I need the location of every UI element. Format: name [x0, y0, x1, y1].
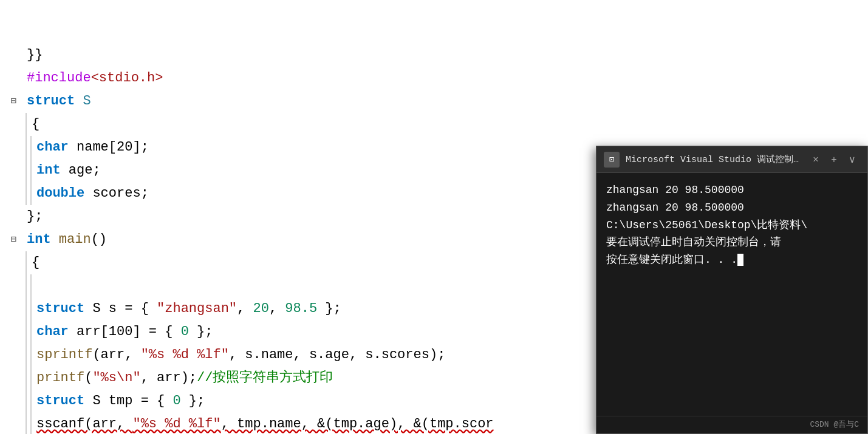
- code-token: "%s %d %lf": [132, 414, 220, 434]
- code-token: main: [59, 229, 91, 250]
- code-token: int: [36, 160, 61, 181]
- terminal-titlebar: ⊡ Microsoft Visual Studio 调试控制台 × + ∨: [596, 146, 867, 173]
- code-token: int: [27, 229, 51, 250]
- code-token: [51, 229, 59, 250]
- line-content: char arr[100] = { 0 };: [32, 322, 213, 342]
- code-token: {: [32, 114, 39, 135]
- terminal-output-line: zhangsan 20 98.500000: [606, 199, 858, 217]
- code-token: ,: [269, 299, 285, 319]
- code-token: #include: [27, 68, 91, 89]
- indent-guide: [30, 274, 32, 297]
- indent-guide: [26, 413, 27, 434]
- line-content: sprintf(arr, "%s %d %lf", s.name, s.age,…: [32, 345, 445, 365]
- code-token: S: [75, 91, 91, 112]
- code-token: arr[100] = {: [69, 322, 181, 342]
- terminal-output-line: 按任意键关闭此窗口. . .: [606, 251, 858, 269]
- code-token: struct: [27, 91, 75, 112]
- code-token: };: [189, 322, 213, 342]
- indent-guide: [26, 390, 27, 413]
- code-token: printf: [36, 368, 84, 388]
- terminal-title: Microsoft Visual Studio 调试控制台: [626, 154, 802, 165]
- code-token: }}: [27, 45, 43, 66]
- code-token: ,: [237, 299, 253, 319]
- code-token: struct: [36, 391, 84, 412]
- terminal-close-button[interactable]: ×: [808, 152, 824, 168]
- terminal-controls: × + ∨: [808, 152, 860, 168]
- code-token: S s = {: [84, 299, 157, 319]
- line-content: {: [27, 114, 39, 135]
- code-token: , tmp.name, &(tmp.age), &(tmp.scor: [221, 414, 494, 434]
- indent-guide: [26, 344, 27, 367]
- fold-gutter[interactable]: ⊟: [5, 94, 22, 109]
- terminal-add-button[interactable]: +: [826, 152, 842, 168]
- terminal-body: zhangsan 20 98.500000zhangsan 20 98.5000…: [596, 173, 867, 416]
- code-token: "%s %d %lf": [141, 345, 229, 365]
- fold-gutter[interactable]: ⊟: [5, 232, 22, 248]
- code-token: };: [181, 391, 205, 412]
- code-token: , arr);: [141, 368, 197, 388]
- terminal-output-line: 要在调试停止时自动关闭控制台，请: [606, 234, 858, 251]
- line-content: }}: [22, 45, 43, 66]
- line-content: sscanf(arr, "%s %d %lf", tmp.name, &(tmp…: [32, 414, 494, 434]
- terminal-window: ⊡ Microsoft Visual Studio 调试控制台 × + ∨ zh…: [596, 146, 868, 434]
- terminal-footer: CSDN @吾与C: [596, 416, 867, 433]
- line-content: struct S tmp = { 0 };: [32, 391, 205, 412]
- line-content: double scores;: [32, 183, 149, 204]
- line-content: {: [27, 253, 39, 273]
- code-token: char: [36, 137, 69, 158]
- line-content: };: [22, 206, 43, 227]
- code-token: 98.5: [285, 299, 317, 319]
- indent-guide: [26, 159, 27, 182]
- code-token: 20: [253, 299, 268, 319]
- code-token: 0: [181, 322, 189, 342]
- code-token: {: [32, 253, 39, 273]
- terminal-dropdown-button[interactable]: ∨: [844, 152, 860, 168]
- indent-guide: [26, 367, 27, 390]
- line-content: struct S: [22, 91, 91, 112]
- code-line: {: [5, 113, 868, 136]
- terminal-output-line: zhangsan 20 98.500000: [606, 181, 858, 199]
- terminal-output-line: C:\Users\25061\Desktop\比特资料\: [606, 217, 858, 234]
- terminal-icon: ⊡: [604, 152, 620, 168]
- code-token: double: [36, 183, 84, 204]
- code-token: , s.name, s.age, s.scores);: [229, 345, 445, 365]
- line-content: struct S s = { "zhangsan", 20, 98.5 };: [32, 299, 341, 319]
- indent-guide: [26, 320, 27, 344]
- code-token: <stdio.h>: [91, 68, 163, 89]
- code-token: S tmp = {: [84, 391, 173, 412]
- code-token: "%s\n": [92, 368, 140, 388]
- code-token: age;: [61, 160, 101, 181]
- code-line: #include<stdio.h>: [5, 67, 868, 90]
- code-token: "zhangsan": [157, 299, 237, 319]
- code-token: };: [317, 299, 341, 319]
- code-token: (): [91, 229, 107, 250]
- code-token: sscanf(arr,: [36, 414, 132, 434]
- line-content: int main(): [22, 229, 107, 250]
- indent-guide: [26, 136, 27, 159]
- code-token: };: [27, 206, 43, 227]
- terminal-cursor: [737, 254, 743, 266]
- code-token: name[20];: [69, 137, 149, 158]
- code-line: }}: [5, 44, 868, 67]
- line-content: printf("%s\n", arr);//按照字符串方式打印: [32, 368, 333, 388]
- code-token: scores;: [84, 183, 149, 204]
- code-token: sprintf: [36, 345, 92, 365]
- indent-guide: [26, 182, 27, 205]
- code-token: 0: [173, 391, 180, 412]
- line-content: int age;: [32, 160, 101, 181]
- code-line: ⊟struct S: [5, 90, 868, 113]
- code-token: char: [36, 322, 69, 342]
- line-content: char name[20];: [32, 137, 149, 158]
- code-token: (arr,: [92, 345, 140, 365]
- line-content: #include<stdio.h>: [22, 68, 163, 89]
- code-token: struct: [36, 299, 84, 319]
- indent-guide: [26, 274, 27, 297]
- indent-guide: [26, 297, 27, 320]
- code-token: (: [84, 368, 92, 388]
- code-token: //按照字符串方式打印: [197, 368, 333, 388]
